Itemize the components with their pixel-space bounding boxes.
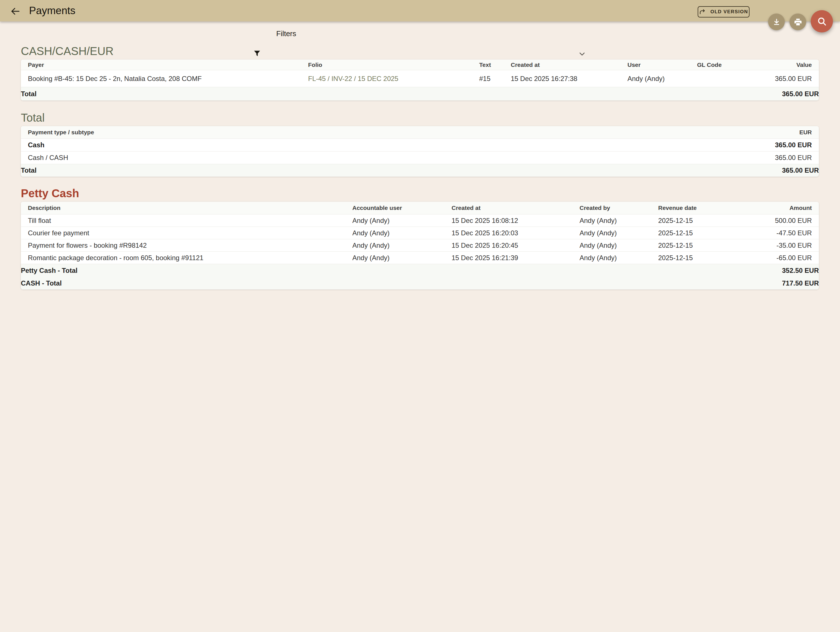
petty-cash-total-row: Petty Cash - Total 352.50 EUR — [21, 264, 819, 277]
report-content: CASH/CASH/EUR Payer Folio Text Created a… — [21, 43, 819, 290]
page-title: Payments — [29, 0, 76, 21]
total-value: 365.00 EUR — [782, 90, 819, 98]
payment-row[interactable]: Booking #B-45: 15 Dec 25 - 2n, Natalia C… — [21, 70, 819, 87]
grand-total-label: Total — [21, 166, 36, 174]
search-icon — [816, 16, 827, 27]
cash-grand-total-row: CASH - Total 717.50 EUR — [21, 277, 819, 290]
print-icon — [794, 18, 802, 26]
amount-cell: -65.00 EUR — [748, 254, 812, 262]
created-at-cell: 15 Dec 2025 16:08:12 — [452, 217, 579, 225]
total-label: Total — [21, 90, 36, 98]
amount-cell: -47.50 EUR — [748, 229, 812, 237]
col-amount: Amount — [748, 204, 812, 211]
amount-cell: -35.00 EUR — [748, 242, 812, 249]
created-at-cell: 15 Dec 2025 16:20:03 — [452, 229, 579, 237]
col-folio: Folio — [308, 62, 479, 68]
total-row-cash: Cash 365.00 EUR — [21, 139, 819, 152]
payer-cell: Booking #B-45: 15 Dec 25 - 2n, Natalia C… — [28, 75, 308, 83]
cash-table: Payer Folio Text Created at User GL Code… — [21, 60, 819, 100]
petty-cash-header: Description Accountable user Created at … — [21, 202, 819, 214]
revenue-date-cell: 2025-12-15 — [658, 217, 748, 225]
created-by-cell: Andy (Andy) — [579, 242, 658, 249]
col-created-at: Created at — [511, 62, 627, 68]
app-bar: Payments OLD VERSION — [0, 0, 840, 21]
download-button[interactable] — [768, 14, 785, 30]
col-gl-code: GL Code — [697, 62, 765, 68]
col-created-at: Created at — [452, 204, 579, 211]
payment-subtype-value: 365.00 EUR — [775, 154, 812, 162]
description-cell: Till float — [28, 217, 352, 225]
created-by-cell: Andy (Andy) — [579, 217, 658, 225]
accountable-user-cell: Andy (Andy) — [352, 254, 452, 262]
col-description: Description — [28, 204, 352, 211]
cash-table-header: Payer Folio Text Created at User GL Code… — [21, 60, 819, 70]
total-row-grand: Total 365.00 EUR — [21, 164, 819, 177]
total-table: Payment type / subtype EUR Cash 365.00 E… — [21, 126, 819, 177]
description-cell: Romantic package decoration - room 605, … — [28, 254, 352, 262]
search-button[interactable] — [811, 10, 833, 32]
petty-cash-row[interactable]: Payment for flowers - booking #R98142 An… — [21, 239, 819, 252]
col-accountable-user: Accountable user — [352, 204, 452, 211]
print-button[interactable] — [789, 14, 806, 30]
text-cell: #15 — [479, 75, 511, 83]
back-button[interactable] — [9, 6, 21, 17]
old-version-button[interactable]: OLD VERSION — [698, 6, 750, 17]
grand-total-value: 365.00 EUR — [782, 166, 819, 174]
amount-cell: 500.00 EUR — [748, 217, 812, 225]
value-cell: 365.00 EUR — [765, 75, 812, 83]
col-text: Text — [479, 62, 511, 68]
col-payer: Payer — [28, 62, 308, 68]
col-value: Value — [765, 62, 812, 68]
section-title-petty-cash: Petty Cash — [21, 187, 819, 199]
payment-type-label: Cash — [28, 141, 775, 149]
col-user: User — [627, 62, 697, 68]
created-by-cell: Andy (Andy) — [579, 254, 658, 262]
col-payment-type: Payment type / subtype — [28, 129, 799, 136]
section-title-cash: CASH/CASH/EUR — [21, 45, 819, 57]
petty-cash-total-label: Petty Cash - Total — [21, 267, 77, 274]
created-at-cell: 15 Dec 2025 16:27:38 — [511, 75, 627, 83]
folio-link[interactable]: FL-45 / INV-22 / 15 DEC 2025 — [308, 75, 479, 83]
petty-cash-row[interactable]: Romantic package decoration - room 605, … — [21, 252, 819, 264]
accountable-user-cell: Andy (Andy) — [352, 217, 452, 225]
filters-panel-toggle[interactable]: Filters — [0, 21, 840, 43]
filters-label: Filters — [276, 21, 296, 43]
petty-cash-row[interactable]: Till float Andy (Andy) 15 Dec 2025 16:08… — [21, 214, 819, 227]
revenue-date-cell: 2025-12-15 — [658, 254, 748, 262]
petty-cash-total-value: 352.50 EUR — [782, 267, 819, 274]
user-cell: Andy (Andy) — [627, 75, 697, 83]
old-version-label: OLD VERSION — [711, 9, 748, 15]
total-row-cash-subtype: Cash / CASH 365.00 EUR — [21, 152, 819, 164]
section-title-total: Total — [21, 112, 819, 124]
created-at-cell: 15 Dec 2025 16:21:39 — [452, 254, 579, 262]
description-cell: Payment for flowers - booking #R98142 — [28, 242, 352, 249]
cash-grand-total-label: CASH - Total — [21, 279, 62, 287]
created-at-cell: 15 Dec 2025 16:20:45 — [452, 242, 579, 249]
accountable-user-cell: Andy (Andy) — [352, 242, 452, 249]
back-arrow-icon — [10, 6, 20, 16]
payment-subtype-label: Cash / CASH — [28, 154, 775, 162]
total-table-header: Payment type / subtype EUR — [21, 126, 819, 139]
petty-cash-table: Description Accountable user Created at … — [21, 202, 819, 290]
download-icon — [772, 18, 781, 26]
redirect-arrow-icon — [699, 8, 706, 15]
revenue-date-cell: 2025-12-15 — [658, 242, 748, 249]
col-revenue-date: Revenue date — [658, 204, 748, 211]
cash-total-row: Total 365.00 EUR — [21, 87, 819, 100]
petty-cash-row[interactable]: Courier fee payment Andy (Andy) 15 Dec 2… — [21, 227, 819, 239]
description-cell: Courier fee payment — [28, 229, 352, 237]
col-eur: EUR — [799, 129, 812, 136]
cash-grand-total-value: 717.50 EUR — [782, 279, 819, 287]
created-by-cell: Andy (Andy) — [579, 229, 658, 237]
accountable-user-cell: Andy (Andy) — [352, 229, 452, 237]
col-created-by: Created by — [579, 204, 658, 211]
revenue-date-cell: 2025-12-15 — [658, 229, 748, 237]
payment-type-value: 365.00 EUR — [775, 141, 812, 149]
